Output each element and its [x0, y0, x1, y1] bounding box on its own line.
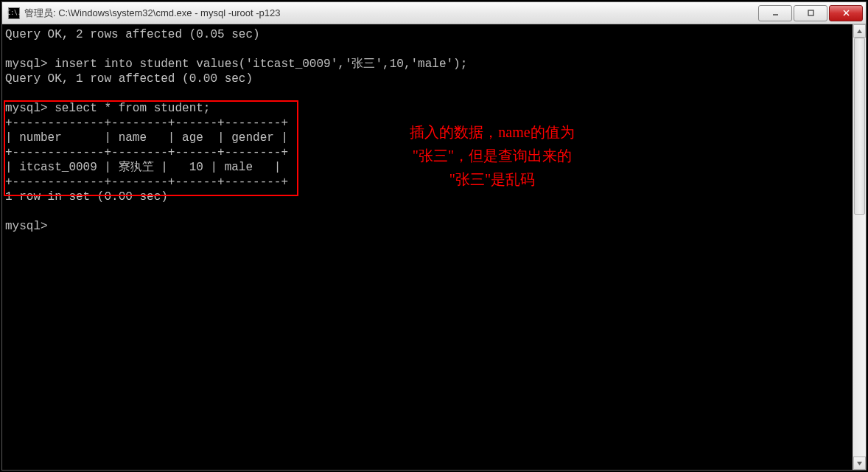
output-line: mysql> select * from student; [5, 102, 210, 115]
terminal-window: C:\. 管理员: C:\Windows\system32\cmd.exe - … [1, 1, 867, 471]
svg-rect-1 [808, 10, 813, 15]
window-controls [758, 5, 863, 21]
output-line: mysql> insert into student values('itcas… [5, 58, 467, 71]
table-separator: +-------------+--------+------+--------+ [5, 176, 288, 189]
chevron-up-icon [856, 28, 863, 35]
output-line: Query OK, 1 row affected (0.00 sec) [5, 72, 253, 86]
annotation-line: "张三"，但是查询出来的 [378, 144, 606, 167]
table-header: | number | name | age | gender | [5, 131, 288, 145]
chevron-down-icon [856, 460, 863, 467]
scroll-down-button[interactable] [853, 457, 866, 470]
svg-marker-5 [857, 462, 862, 465]
scroll-up-button[interactable] [853, 24, 866, 38]
annotation-line: 插入的数据，name的值为 [378, 120, 606, 144]
minimize-icon [771, 9, 780, 17]
output-line: 1 row in set (0.00 sec) [5, 190, 168, 204]
table-row: | itcast_0009 | 寮犱笁 | 10 | male | [5, 161, 281, 174]
table-separator: +-------------+--------+------+--------+ [5, 146, 288, 159]
titlebar[interactable]: C:\. 管理员: C:\Windows\system32\cmd.exe - … [2, 2, 866, 24]
terminal-area: Query OK, 2 rows affected (0.05 sec) mys… [2, 24, 866, 470]
maximize-button[interactable] [794, 5, 827, 21]
annotation-line: "张三"是乱码 [378, 167, 606, 191]
table-separator: +-------------+--------+------+--------+ [5, 117, 288, 130]
close-button[interactable] [829, 5, 863, 21]
terminal-output[interactable]: Query OK, 2 rows affected (0.05 sec) mys… [2, 24, 866, 470]
vertical-scrollbar[interactable] [853, 24, 866, 470]
minimize-button[interactable] [758, 5, 792, 21]
app-icon: C:\. [8, 7, 20, 19]
close-icon [842, 9, 850, 17]
svg-marker-4 [857, 30, 862, 33]
annotation-text: 插入的数据，name的值为 "张三"，但是查询出来的 "张三"是乱码 [378, 120, 606, 191]
maximize-icon [807, 9, 815, 17]
output-line: Query OK, 2 rows affected (0.05 sec) [5, 28, 260, 41]
prompt: mysql> [5, 220, 48, 233]
scroll-thumb[interactable] [854, 38, 865, 215]
window-title: 管理员: C:\Windows\system32\cmd.exe - mysql… [24, 7, 758, 20]
